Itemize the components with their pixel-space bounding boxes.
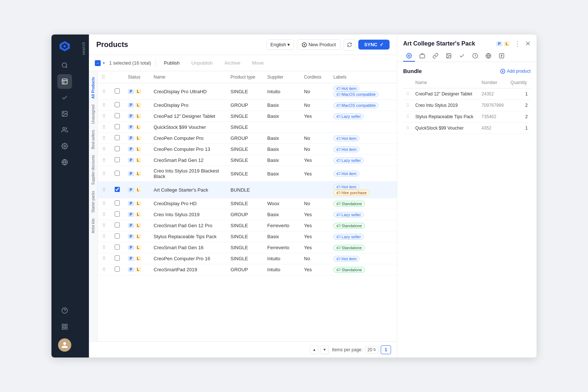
th-labels[interactable]: Labels [330, 71, 397, 83]
th-name[interactable]: Name [150, 71, 227, 83]
detail-tab-bundle[interactable] [416, 51, 428, 62]
row-checkbox[interactable] [115, 255, 120, 261]
nav-image-btn[interactable] [57, 106, 72, 121]
cordless-cell [300, 182, 330, 198]
nav-settings-btn[interactable] [57, 139, 72, 153]
row-checkbox-cell [111, 264, 124, 275]
badge-live: L [135, 89, 141, 94]
name-cell[interactable]: CreoSmartPad 2019 [150, 264, 227, 275]
prev-page-button[interactable]: ▲ [310, 345, 319, 354]
detail-tab-link[interactable] [430, 51, 441, 62]
detail-badge-l: L [504, 41, 510, 46]
row-checkbox[interactable] [115, 187, 120, 192]
nav-users-btn[interactable] [57, 123, 72, 137]
th-status[interactable]: Status [124, 71, 150, 83]
svg-point-19 [448, 55, 448, 55]
row-checkbox[interactable] [115, 211, 120, 217]
row-checkbox[interactable] [115, 135, 120, 140]
table-row: ⠿ P L CreoDisplay Pro UltraHD SINGLE Int… [98, 83, 397, 100]
nav-help-btn[interactable] [57, 303, 72, 318]
name-cell[interactable]: Stylus Replaceable Tips Pack [150, 231, 227, 242]
add-product-button[interactable]: Add product [500, 69, 531, 74]
language-selector[interactable]: English ▾ [266, 39, 294, 50]
name-cell[interactable]: CreoSmart Pad Gen 12 [150, 155, 227, 166]
name-cell[interactable]: CreoSmart Pad Gen 16 [150, 242, 227, 253]
nav-search-btn[interactable] [57, 58, 72, 73]
publish-button[interactable]: Publish [160, 59, 183, 67]
archive-button[interactable]: Archive [221, 59, 244, 67]
labels-cell: 🏷 Hot item [330, 253, 397, 264]
refresh-button[interactable] [344, 39, 355, 51]
detail-close-button[interactable]: ✕ [525, 40, 531, 48]
supplier-cell: Woox [263, 198, 300, 209]
row-checkbox[interactable] [115, 266, 120, 272]
detail-tab-image[interactable] [443, 51, 455, 62]
new-product-button[interactable]: New Product [297, 39, 340, 50]
th-supplier[interactable]: Supplier [263, 71, 300, 83]
name-cell[interactable]: Creo Intu Stylus 2019 [150, 209, 227, 220]
type-cell: SINGLE [227, 155, 263, 166]
drag-handle-icon: ⠿ [101, 124, 107, 131]
labels-cell [330, 122, 397, 133]
nav-globe-btn[interactable] [57, 155, 72, 170]
nav-documents-btn[interactable] [57, 74, 72, 89]
label-tag: 🏷 Standalone [333, 223, 365, 229]
next-page-button[interactable]: ▼ [320, 345, 329, 354]
row-checkbox[interactable] [115, 124, 120, 129]
cat-tab-starter-packs[interactable]: Starter packs [90, 188, 97, 215]
select-all-checkbox[interactable]: – [95, 60, 101, 66]
page-number-input[interactable] [381, 345, 391, 354]
detail-more-button[interactable]: ⋮ [513, 40, 522, 48]
th-cordless[interactable]: Cordless [300, 71, 330, 83]
name-cell[interactable]: CreoDisplay Pro HD [150, 198, 227, 209]
name-cell[interactable]: CreoPen Computer Pro 13 [150, 144, 227, 155]
bundle-drag-icon: ⠿ [406, 114, 409, 119]
unpublish-button[interactable]: Unpublish [188, 59, 216, 67]
user-avatar[interactable] [58, 338, 71, 352]
th-product-type[interactable]: Product type [227, 71, 263, 83]
row-checkbox[interactable] [115, 200, 120, 206]
detail-tab-globe[interactable] [483, 51, 494, 62]
checkbox-dropdown-icon[interactable]: ▾ [103, 61, 105, 65]
name-cell[interactable]: CreoPad 12" Designer Tablet [150, 111, 227, 122]
ipp-arrows-icon[interactable]: ⇅ [373, 348, 376, 352]
detail-tab-custom[interactable] [496, 51, 508, 62]
labels-cell: 🏷 Hot item 🏷 Hire purchase [330, 182, 397, 198]
cat-tab-artist-kits[interactable]: Artist kits [90, 215, 97, 236]
row-checkbox[interactable] [115, 222, 120, 228]
cat-tab-unassigned[interactable]: Unassigned [90, 102, 97, 127]
status-cell: P L [124, 111, 150, 122]
name-cell[interactable]: CreoSmart Pad Gen 12 Pro [150, 220, 227, 231]
name-cell[interactable]: QuickStock $99 Voucher [150, 122, 227, 133]
row-checkbox[interactable] [115, 113, 120, 118]
nav-grid-btn[interactable] [57, 319, 72, 334]
cat-tab-bestsellers[interactable]: Best-sellers [90, 127, 97, 152]
detail-tab-history[interactable] [469, 51, 481, 62]
filters-label[interactable]: search [81, 42, 86, 55]
row-checkbox[interactable] [115, 171, 120, 176]
detail-title-row: Art College Starter's Pack P L ⋮ ✕ [403, 40, 531, 48]
name-cell[interactable]: CreoPen Computer Pro 16 [150, 253, 227, 264]
svg-rect-11 [62, 324, 64, 326]
bundle-row: ⠿ Creo Intu Stylus 2019 709767989 2 [403, 100, 531, 111]
detail-tab-check[interactable] [456, 51, 468, 62]
move-button[interactable]: Move [248, 59, 268, 67]
row-checkbox[interactable] [115, 233, 120, 239]
name-cell[interactable]: Art College Starter's Pack [150, 182, 227, 198]
table-row: ⠿ P L CreoPad 12" Designer Tablet SINGLE… [98, 111, 397, 122]
row-checkbox[interactable] [115, 146, 120, 151]
nav-check-btn[interactable] [57, 90, 72, 105]
sync-button[interactable]: SYNC ✓ [358, 40, 390, 50]
name-cell[interactable]: CreoPen Computer Pro [150, 133, 227, 144]
name-cell[interactable]: CreoDisplay Pro UltraHD [150, 83, 227, 100]
cat-tab-all-products[interactable]: All Products [90, 74, 97, 102]
name-cell[interactable]: CreoDisplay Pro [150, 100, 227, 111]
detail-tab-settings[interactable] [403, 51, 415, 62]
row-checkbox[interactable] [115, 157, 120, 162]
row-checkbox[interactable] [115, 102, 120, 107]
name-cell[interactable]: Creo Intu Stylus 2019 Blackest Black [150, 166, 227, 182]
cat-tab-supplier-discounts[interactable]: Supplier discounts [90, 152, 97, 188]
row-checkbox[interactable] [115, 244, 120, 250]
app-logo[interactable] [57, 39, 72, 54]
row-checkbox[interactable] [115, 88, 120, 94]
